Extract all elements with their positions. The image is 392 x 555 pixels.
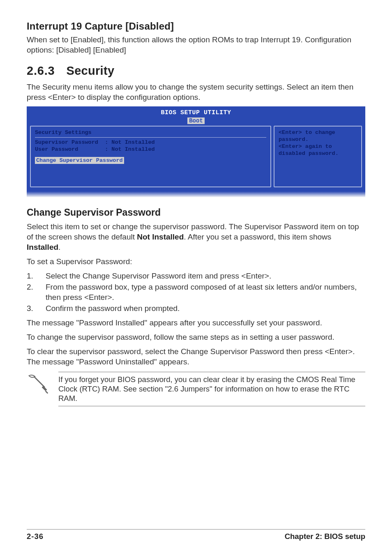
bios-screenshot: BIOS SETUP UTILITY Boot Security Setting… (27, 106, 365, 197)
paragraph-csp-change: To change the supervisor password, follo… (27, 332, 365, 342)
pencil-icon (27, 373, 49, 398)
bios-fade (27, 191, 365, 197)
chapter-label: Chapter 2: BIOS setup (285, 532, 365, 541)
paragraph-csp-intro: Select this item to set or change the su… (27, 221, 365, 252)
paragraph-csp-toset: To set a Supervisor Password: (27, 256, 365, 267)
steps-list: 1.Select the Change Supervisor Password … (27, 271, 365, 313)
bios-title: BIOS SETUP UTILITY (30, 109, 362, 116)
paragraph-interrupt-19: When set to [Enabled], this function all… (27, 35, 365, 55)
section-title: Security (67, 64, 115, 77)
heading-interrupt-19: Interrupt 19 Capture [Disabled] (27, 21, 365, 32)
bios-row-user: User Password : Not Installed (35, 146, 266, 153)
note-box: If you forget your BIOS password, you ca… (27, 372, 365, 406)
bios-selected-item: Change Supervisor Password (35, 157, 124, 164)
bios-security-settings-header: Security Settings (35, 129, 266, 136)
note-text: If you forget your BIOS password, you ca… (58, 372, 365, 406)
bios-row-supervisor: Supervisor Password : Not Installed (35, 139, 266, 146)
step-2: 2.From the password box, type a password… (27, 282, 365, 302)
bios-help-text: <Enter> to change password. <Enter> agai… (279, 129, 358, 157)
paragraph-csp-success: The message "Password Installed" appears… (27, 318, 365, 328)
paragraph-csp-clear: To clear the supervisor password, select… (27, 346, 365, 367)
section-number: 2.6.3 (27, 64, 55, 77)
bios-tab-boot: Boot (187, 117, 205, 124)
step-1: 1.Select the Change Supervisor Password … (27, 271, 365, 281)
paragraph-security-intro: The Security menu items allow you to cha… (27, 82, 365, 102)
bios-divider (35, 137, 266, 138)
bios-left-panel: Security Settings Supervisor Password : … (30, 126, 271, 187)
step-3: 3.Confirm the password when prompted. (27, 303, 365, 313)
bios-help-panel: <Enter> to change password. <Enter> agai… (274, 126, 362, 187)
page-number: 2-36 (27, 532, 44, 541)
heading-security: 2.6.3Security (27, 64, 365, 78)
heading-change-supervisor-password: Change Supervisor Password (27, 207, 365, 218)
page-footer: 2-36 Chapter 2: BIOS setup (27, 529, 365, 541)
